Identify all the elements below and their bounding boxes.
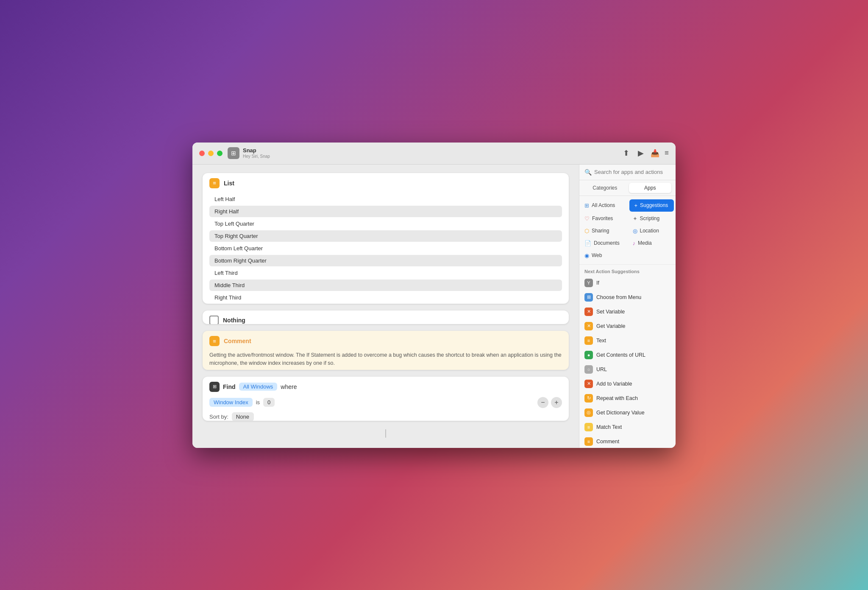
suggestion-label: Comment	[596, 439, 619, 445]
comment-icon: ≡	[209, 336, 220, 346]
suggestion-label: Repeat with Each	[596, 395, 638, 401]
suggestion-item[interactable]: ◎Get Dictionary Value	[579, 405, 676, 420]
suggestion-item[interactable]: ⊞Choose from Menu	[579, 290, 676, 305]
suggestion-icon: ↻	[584, 394, 593, 403]
category-item-media[interactable]: ♪Media	[628, 237, 676, 249]
list-title: List	[224, 180, 234, 187]
suggestion-label: Get Dictionary Value	[596, 410, 645, 416]
find-sort-select[interactable]: None	[232, 412, 254, 421]
settings-icon[interactable]: ≡	[665, 149, 669, 157]
suggestion-label: URL	[596, 366, 607, 372]
app-subtitle: Hey Siri, Snap	[243, 154, 270, 159]
find-sort-label: Sort by:	[209, 414, 228, 420]
list-card: ≡ List Left HalfRight HalfTop Left Quart…	[203, 173, 569, 304]
tab-categories[interactable]: Categories	[584, 183, 626, 193]
category-item-web[interactable]: ◉Web	[579, 249, 628, 262]
category-icon: ♪	[633, 240, 636, 246]
category-label: Web	[592, 252, 602, 258]
suggestion-item[interactable]: ●Get Contents of URL	[579, 348, 676, 362]
suggestion-item[interactable]: ≡Comment	[579, 434, 676, 448]
category-label: Documents	[594, 240, 620, 246]
suggestion-label: Text	[596, 338, 606, 344]
suggestion-item[interactable]: ↻Repeat with Each	[579, 391, 676, 405]
find-value[interactable]: 0	[263, 398, 275, 407]
find-where: where	[281, 383, 297, 390]
suggestion-label: Set Variable	[596, 309, 625, 315]
suggestion-item[interactable]: ✕Add to Variable	[579, 377, 676, 391]
list-item: Middle Third	[209, 280, 562, 291]
share-icon[interactable]: ⬆	[623, 148, 629, 158]
search-input[interactable]	[594, 169, 670, 175]
suggestion-item[interactable]: ≡Match Text	[579, 420, 676, 434]
find-minus-btn[interactable]: −	[537, 397, 548, 408]
suggestion-item[interactable]: ≡Text	[579, 333, 676, 348]
category-item-scripting[interactable]: ✦Scripting	[628, 213, 676, 225]
app-info: Snap Hey Siri, Snap	[243, 147, 270, 159]
category-item-documents[interactable]: 📄Documents	[579, 237, 628, 249]
scroll-indicator	[385, 429, 386, 438]
tab-row: Categories Apps	[579, 180, 676, 196]
play-icon[interactable]: ▶	[638, 148, 644, 158]
comment-card: ≡ Comment Getting the active/frontmost w…	[203, 331, 569, 369]
find-sort-row: Sort by: None	[209, 412, 562, 421]
find-body: Window Index is 0 − + Sort by: None	[203, 397, 569, 421]
comment-title: Comment	[224, 338, 251, 344]
suggestion-label: If	[596, 280, 599, 286]
find-card-header: ⊞ Find All Windows where	[203, 377, 569, 397]
category-label: Suggestions	[640, 202, 668, 208]
suggestion-icon: ◎	[584, 408, 593, 417]
suggestion-item[interactable]: YIf	[579, 276, 676, 290]
category-item-location[interactable]: ◎Location	[628, 225, 676, 237]
suggestion-icon: ✕	[584, 380, 593, 388]
library-icon[interactable]: 📥	[651, 149, 659, 158]
app-icon: ⊞	[228, 147, 239, 159]
app-name: Snap	[243, 147, 270, 154]
suggestion-label: Choose from Menu	[596, 294, 641, 300]
list-item: Bottom Left Quarter	[209, 243, 562, 254]
find-plus-btn[interactable]: +	[551, 397, 562, 408]
list-card-header: ≡ List	[203, 173, 569, 193]
suggestion-item[interactable]: ✕Get Variable	[579, 319, 676, 333]
suggestion-icon: ≡	[584, 437, 593, 446]
suggestion-list: YIf⊞Choose from Menu✕Set Variable✕Get Va…	[579, 276, 676, 448]
category-item-suggestions[interactable]: +Suggestions	[629, 199, 674, 212]
category-label: Favorites	[592, 215, 613, 221]
list-item: Left Half	[209, 193, 562, 205]
right-panel: 🔍 Categories Apps ⊞All Actions+Suggestio…	[579, 165, 676, 448]
find-icon: ⊞	[209, 382, 220, 392]
minimize-button[interactable]	[208, 151, 214, 156]
category-item-all-actions[interactable]: ⊞All Actions	[579, 199, 628, 213]
suggestion-icon: ≡	[584, 336, 593, 345]
category-icon: ♡	[584, 215, 590, 222]
nothing-card: Nothing	[203, 310, 569, 324]
search-bar: 🔍	[579, 165, 676, 180]
maximize-button[interactable]	[217, 151, 223, 156]
find-target[interactable]: All Windows	[239, 383, 278, 391]
category-icon: +	[634, 202, 638, 209]
find-card: ⊞ Find All Windows where Window Index is…	[203, 377, 569, 421]
find-field[interactable]: Window Index	[209, 398, 253, 407]
category-item-favorites[interactable]: ♡Favorites	[579, 213, 628, 225]
main-window: ⊞ Snap Hey Siri, Snap ⬆ ▶ 📥 ≡ ≡ List	[192, 143, 676, 448]
suggestion-item[interactable]: ○URL	[579, 362, 676, 377]
close-button[interactable]	[199, 151, 205, 156]
list-item: Right Half	[209, 206, 562, 217]
suggestion-icon: ●	[584, 351, 593, 359]
suggestion-label: Get Variable	[596, 323, 626, 329]
suggestion-icon: ○	[584, 365, 593, 374]
list-item: Left Third	[209, 267, 562, 279]
left-panel: ≡ List Left HalfRight HalfTop Left Quart…	[192, 165, 579, 448]
tab-apps[interactable]: Apps	[629, 183, 672, 193]
category-label: Scripting	[640, 215, 660, 221]
suggestion-item[interactable]: ✕Set Variable	[579, 305, 676, 319]
category-icon: ◎	[633, 228, 637, 234]
suggestions-label: Next Action Suggestions	[579, 265, 676, 276]
category-label: All Actions	[592, 202, 615, 208]
category-label: Location	[640, 228, 659, 234]
category-item-sharing[interactable]: ⬡Sharing	[579, 225, 628, 237]
suggestion-icon: ✕	[584, 308, 593, 316]
find-controls: − +	[537, 397, 562, 408]
list-item: Bottom Right Quarter	[209, 255, 562, 266]
list-item: Right Third	[209, 292, 562, 303]
suggestion-label: Match Text	[596, 424, 622, 430]
